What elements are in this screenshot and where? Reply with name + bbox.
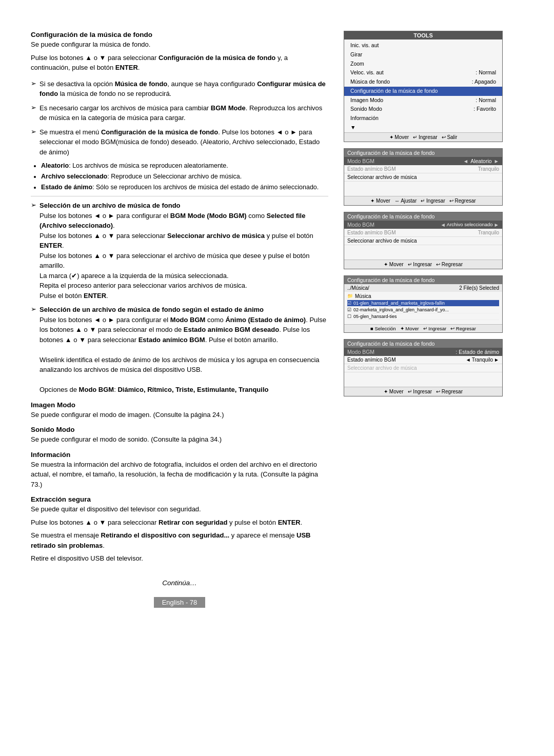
- page-footer-label: English - 78: [154, 597, 206, 608]
- box3-mode-row: Modo BGM ◄Archivo seleccionado►: [344, 221, 502, 229]
- config-bgm-title: Configuración de la música de fondo: [31, 31, 328, 38]
- bullet-item-2: Archivo seleccionado: Reproduce un Selec…: [41, 172, 328, 182]
- informacion-section: Información Se muestra la información de…: [31, 451, 328, 490]
- extraccion-text2: Pulse los botones ▲ o ▼ para seleccionar…: [31, 518, 328, 528]
- tools-row-imagen: Imagen Modo: Normal: [344, 96, 502, 105]
- box3-estado-row: Estado anímico BGM Tranquilo: [344, 229, 502, 237]
- box4-nav: ■ Selección ✦ Mover ↵ Ingresar ↩ Regresa…: [344, 324, 502, 332]
- box5-mode-row: Modo BGM : Estado de ánimo: [344, 348, 502, 356]
- right-column: TOOLS Inic. vis. aut Girar Zoom Veloc. v…: [344, 31, 503, 608]
- arrow-section-2: ➢ Es necesario cargar los archivos de mú…: [31, 103, 328, 123]
- page-container: Configuración de la música de fondo Se p…: [0, 0, 554, 649]
- left-column: Configuración de la música de fondo Se p…: [31, 31, 328, 608]
- tools-row-1: Inic. vis. aut: [344, 41, 502, 50]
- divider-1: [31, 196, 328, 196]
- box5-nav: ✦ Mover ↵ Ingresar ↩ Regresar: [344, 387, 502, 396]
- sonido-title: Sonido Modo: [31, 426, 328, 433]
- imagen-text: Se puede configurar el modo de imagen. (…: [31, 410, 328, 420]
- seleccion-arrow: ➢ Selección de un archivo de música de f…: [31, 201, 328, 301]
- box5-subtitle: Configuración de la música de fondo: [344, 340, 502, 348]
- bgm-box-estado: Configuración de la música de fondo Modo…: [344, 339, 503, 396]
- tools-nav: ✦ Mover ↵ Ingresar ↩ Salir: [344, 132, 502, 142]
- tools-row-config: Configuración de la música de fondo: [344, 87, 502, 96]
- page-footer: English - 78: [31, 597, 328, 608]
- tools-title: TOOLS: [344, 31, 502, 39]
- bgm-box-aleatorio: Configuración de la música de fondo Modo…: [344, 148, 503, 206]
- box3-nav: ✦ Mover ↵ Ingresar ↩ Regresar: [344, 260, 502, 269]
- config-bgm-section: Configuración de la música de fondo Se p…: [31, 31, 328, 73]
- arrow-content-2: Es necesario cargar los archivos de músi…: [39, 103, 328, 123]
- box5-estado-row: Estado anímico BGM ◄ Tranquilo ►: [344, 356, 502, 364]
- tools-row-more: ▼: [344, 123, 502, 132]
- seleccion2-arrow-icon: ➢: [31, 305, 36, 313]
- tools-box: TOOLS Inic. vis. aut Girar Zoom Veloc. v…: [344, 31, 503, 142]
- arrow-content-3: Se muestra el menú Configuración de la m…: [39, 127, 328, 157]
- arrow-icon-2: ➢: [31, 104, 36, 111]
- arrow-icon-3: ➢: [31, 128, 36, 135]
- extraccion-section: Extracción segura Se puede quitar el dis…: [31, 495, 328, 564]
- tools-row-3: Zoom: [344, 59, 502, 69]
- bgm-box-archivo: Configuración de la música de fondo Modo…: [344, 212, 503, 269]
- arrow-content-1: Si se desactiva la opción Música de fond…: [39, 79, 328, 99]
- tools-row-2: Girar: [344, 50, 502, 59]
- box2-nav: ✦ Mover ↔ Ajustar ↵ Ingresar ↩ Regresar: [344, 196, 502, 205]
- bullet-item-3: Estado de ánimo: Sólo se reproducen los …: [41, 183, 328, 192]
- informacion-title: Información: [31, 451, 328, 459]
- extraccion-text1: Se puede quitar el dispositivo del telev…: [31, 504, 328, 514]
- tools-row-info: Información: [344, 114, 502, 123]
- extraccion-text4: Retire el dispositivo USB del televisor.: [31, 553, 328, 564]
- continua-text: Continúa…: [31, 579, 328, 587]
- seleccion-content: Selección de un archivo de música de fon…: [39, 201, 328, 301]
- config-bgm-text1: Se puede configurar la música de fondo.: [31, 39, 328, 50]
- imagen-title: Imagen Modo: [31, 401, 328, 409]
- informacion-text: Se muestra la información del archivo de…: [31, 460, 328, 490]
- config-bgm-text2: Pulse los botones ▲ o ▼ para seleccionar…: [31, 53, 328, 73]
- seleccion2-arrow: ➢ Selección de un archivo de música de f…: [31, 305, 328, 395]
- tools-row-5: Música de fondo: Apagado: [344, 77, 502, 87]
- seleccion2-content: Selección de un archivo de música de fon…: [39, 305, 328, 395]
- tools-row-sonido: Sonido Modo: Favorito: [344, 105, 502, 114]
- box4-file-header: ../Música/ 2 File(s) Selected: [344, 284, 502, 292]
- box2-subtitle: Configuración de la música de fondo: [344, 149, 502, 157]
- seleccion-arrow-icon: ➢: [31, 201, 36, 209]
- sonido-text: Se puede configurar el modo de sonido. (…: [31, 434, 328, 445]
- bullet-list: Aleatorio: Los archivos de música se rep…: [41, 161, 328, 192]
- arrow-section-3: ➢ Se muestra el menú Configuración de la…: [31, 127, 328, 157]
- tools-row-4: Veloc. vis. aut: Normal: [344, 68, 502, 77]
- sonido-section: Sonido Modo Se puede configurar el modo …: [31, 426, 328, 445]
- extraccion-text3: Se muestra el mensaje Retirando el dispo…: [31, 530, 328, 550]
- box2-estado-row: Estado anímico BGM Tranquilo: [344, 165, 502, 173]
- imagen-section: Imagen Modo Se puede configurar el modo …: [31, 401, 328, 420]
- bgm-box-filelist: Configuración de la música de fondo ../M…: [344, 275, 503, 333]
- arrow-icon-1: ➢: [31, 79, 36, 87]
- box4-filelist-body: 📁 Música ☑ 01-glen_hansard_and_marketa_i…: [344, 292, 502, 324]
- file-row-2: ☑ 02-marketa_irglova_and_glen_hansard-if…: [347, 307, 499, 313]
- box2-mode-row: Modo BGM ◄ Aleatorio ►: [344, 157, 502, 165]
- arrow-section-1: ➢ Si se desactiva la opción Música de fo…: [31, 79, 328, 99]
- file-row-1: ☑ 01-glen_hansard_and_marketa_irglova-fa…: [347, 300, 499, 307]
- box3-seleccionar-row: Seleccionar archivo de música: [344, 237, 502, 245]
- file-row-folder: 📁 Música: [347, 293, 499, 300]
- box5-seleccionar-row: Seleccionar archivo de música: [344, 364, 502, 372]
- extraccion-title: Extracción segura: [31, 495, 328, 503]
- box3-subtitle: Configuración de la música de fondo: [344, 212, 502, 221]
- bullet-item-1: Aleatorio: Los archivos de música se rep…: [41, 161, 328, 171]
- file-row-3: ☐ 05-glen_hansard-ties: [347, 313, 499, 320]
- box4-subtitle: Configuración de la música de fondo: [344, 276, 502, 284]
- seleccion-section: ➢ Selección de un archivo de música de f…: [31, 201, 328, 395]
- box2-seleccionar-row: Seleccionar archivo de música: [344, 173, 502, 182]
